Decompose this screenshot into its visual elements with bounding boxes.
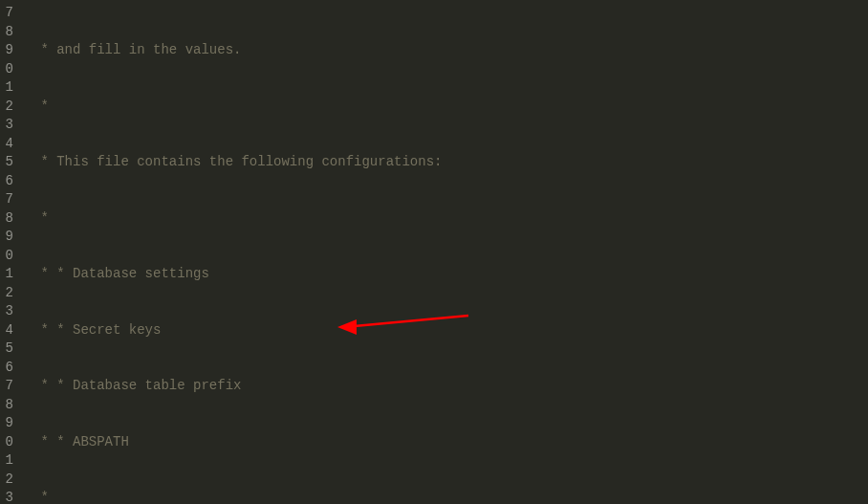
code-line[interactable]: * * Database settings [33, 265, 868, 284]
line-number: 1 [4, 265, 13, 284]
line-number: 7 [4, 4, 13, 23]
line-number: 3 [4, 302, 13, 321]
comment-text: * * Secret keys [33, 322, 161, 338]
line-number: 4 [4, 321, 13, 340]
line-number: 5 [4, 153, 13, 172]
line-number: 2 [4, 284, 13, 303]
line-number: 3 [4, 116, 13, 135]
line-number: 0 [4, 433, 13, 452]
comment-text: * and fill in the values. [33, 42, 241, 57]
code-line[interactable]: * [33, 209, 868, 229]
line-number: 6 [4, 172, 13, 191]
line-number: 8 [4, 209, 13, 229]
code-content[interactable]: * and fill in the values. * * This file … [21, 0, 868, 504]
comment-text: * * ABSPATH [33, 434, 129, 449]
line-number: 1 [4, 78, 13, 98]
line-number: 8 [4, 396, 13, 415]
comment-text: * [33, 210, 49, 226]
code-line[interactable]: * * Secret keys [33, 321, 868, 340]
line-number: 6 [4, 359, 13, 378]
line-number: 0 [4, 60, 13, 79]
line-number: 5 [4, 340, 13, 359]
line-number: 1 [4, 451, 13, 471]
line-number: 9 [4, 414, 13, 433]
comment-text: * [33, 490, 49, 504]
code-line[interactable]: * This file contains the following confi… [33, 153, 868, 172]
line-number: 3 [4, 489, 13, 504]
line-number: 7 [4, 377, 13, 396]
line-number: 9 [4, 41, 13, 60]
line-number: 7 [4, 190, 13, 209]
line-number: 0 [4, 247, 13, 266]
line-number-gutter: 7 8 9 0 1 2 3 4 5 6 7 8 9 0 1 2 3 4 5 6 … [0, 0, 21, 504]
line-number: 8 [4, 23, 13, 42]
line-number: 9 [4, 228, 13, 247]
code-line[interactable]: * * ABSPATH [33, 433, 868, 452]
code-editor[interactable]: 7 8 9 0 1 2 3 4 5 6 7 8 9 0 1 2 3 4 5 6 … [0, 0, 868, 504]
line-number: 2 [4, 98, 13, 117]
comment-text: * This file contains the following confi… [33, 154, 442, 169]
code-line[interactable]: * [33, 489, 868, 504]
comment-text: * [33, 99, 49, 114]
comment-text: * * Database table prefix [33, 378, 241, 393]
line-number: 2 [4, 471, 13, 490]
line-number: 4 [4, 135, 13, 154]
code-line[interactable]: * [33, 98, 868, 117]
code-line[interactable]: * and fill in the values. [33, 41, 868, 60]
comment-text: * * Database settings [33, 266, 209, 281]
code-line[interactable]: * * Database table prefix [33, 377, 868, 396]
